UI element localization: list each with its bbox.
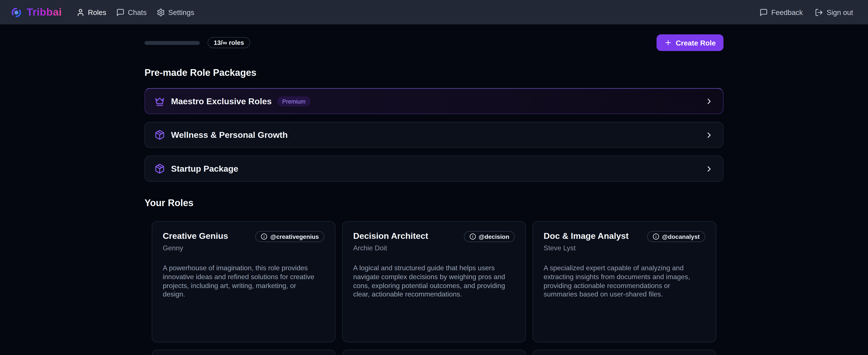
role-card-title: Doc & Image Analyst: [544, 230, 629, 241]
role-card-doc-image-analyst[interactable]: Doc & Image Analyst @docanalyst Steve Ly…: [532, 221, 716, 343]
crown-icon: [154, 96, 165, 107]
chevron-right-icon[interactable]: [705, 97, 714, 106]
package-row-wellness[interactable]: Wellness & Personal Growth: [145, 122, 723, 148]
info-icon: [652, 233, 659, 240]
create-role-button[interactable]: Create Role: [656, 34, 723, 51]
role-card-description: A logical and structured guide that help…: [353, 264, 508, 299]
nav-item-label: Roles: [88, 8, 106, 16]
brand-logo[interactable]: Tribbai: [11, 6, 62, 18]
package-icon: [154, 164, 165, 174]
nav-item-settings[interactable]: Settings: [157, 8, 194, 16]
feedback-icon: [760, 8, 768, 16]
role-card-subtitle: Genny: [163, 244, 324, 252]
package-icon: [154, 129, 165, 140]
info-icon: [261, 233, 268, 240]
sign-out-button[interactable]: Sign out: [815, 8, 853, 16]
role-card-stub[interactable]: [532, 350, 716, 355]
sign-out-label: Sign out: [827, 8, 853, 16]
role-handle: @decision: [478, 233, 509, 240]
role-card-stub[interactable]: [152, 350, 336, 355]
role-card-subtitle: Archie Doit: [353, 244, 515, 252]
nav-item-roles[interactable]: Roles: [76, 8, 106, 16]
role-handle-badge[interactable]: @creativegenius: [255, 231, 324, 242]
roles-cards-grid: Creative Genius @creativegenius Genny A …: [145, 221, 723, 343]
premium-badge: Premium: [277, 96, 310, 106]
card-header: Decision Architect @decision: [353, 230, 515, 242]
top-navbar: Tribbai Roles Chats Settings: [0, 0, 868, 24]
package-label: Wellness & Personal Growth: [171, 130, 288, 140]
feedback-button[interactable]: Feedback: [760, 8, 803, 16]
logout-icon: [815, 8, 823, 16]
card-header: Creative Genius @creativegenius: [163, 230, 324, 242]
gear-icon: [157, 8, 165, 16]
user-icon: [76, 8, 85, 16]
card-header: Doc & Image Analyst @docanalyst: [544, 230, 705, 242]
app-root: Tribbai Roles Chats Settings: [0, 0, 868, 355]
role-card-title: Creative Genius: [163, 230, 228, 241]
packages-section-title: Pre-made Role Packages: [145, 67, 723, 79]
role-card-title: Decision Architect: [353, 230, 428, 241]
role-handle-badge[interactable]: @docanalyst: [647, 231, 705, 242]
roles-section-title: Your Roles: [145, 197, 723, 209]
package-list: Maestro Exclusive Roles Premium Wellness…: [145, 88, 723, 182]
nav-item-label: Chats: [128, 8, 147, 16]
plus-icon: [664, 39, 672, 47]
package-label: Startup Package: [171, 164, 238, 174]
role-handle-badge[interactable]: @decision: [464, 231, 515, 242]
role-card-stub[interactable]: [342, 350, 526, 355]
brand-logo-icon: [11, 7, 22, 18]
role-handle: @docanalyst: [662, 233, 700, 240]
roles-count-badge: 13/∞ roles: [208, 37, 250, 48]
brand-name: Tribbai: [27, 6, 62, 18]
roles-toolbar: 13/∞ roles Create Role: [145, 34, 723, 51]
feedback-label: Feedback: [771, 8, 803, 16]
role-handle: @creativegenius: [270, 233, 319, 240]
info-icon: [469, 233, 476, 240]
main-content: 13/∞ roles Create Role Pre-made Role Pac…: [145, 34, 723, 355]
roles-cards-grid-row2: [145, 350, 723, 355]
create-role-label: Create Role: [676, 38, 716, 47]
chat-icon: [116, 8, 125, 16]
package-row-startup[interactable]: Startup Package: [145, 156, 723, 182]
roles-progress-bar: [145, 41, 200, 45]
role-card-description: A powerhouse of imagination, this role p…: [163, 264, 318, 299]
role-card-creative-genius[interactable]: Creative Genius @creativegenius Genny A …: [152, 221, 336, 343]
chevron-right-icon[interactable]: [705, 130, 714, 139]
role-card-decision-architect[interactable]: Decision Architect @decision Archie Doit…: [342, 221, 526, 343]
package-row-maestro[interactable]: Maestro Exclusive Roles Premium: [145, 88, 723, 114]
main-nav: Roles Chats Settings: [76, 8, 194, 16]
chevron-right-icon[interactable]: [705, 164, 714, 173]
role-card-subtitle: Steve Lyst: [544, 244, 705, 252]
nav-item-chats[interactable]: Chats: [116, 8, 147, 16]
role-card-description: A specialized expert capable of analyzin…: [544, 264, 699, 299]
package-label: Maestro Exclusive Roles: [171, 96, 272, 106]
nav-right: Feedback Sign out: [760, 8, 853, 16]
nav-item-label: Settings: [168, 8, 194, 16]
